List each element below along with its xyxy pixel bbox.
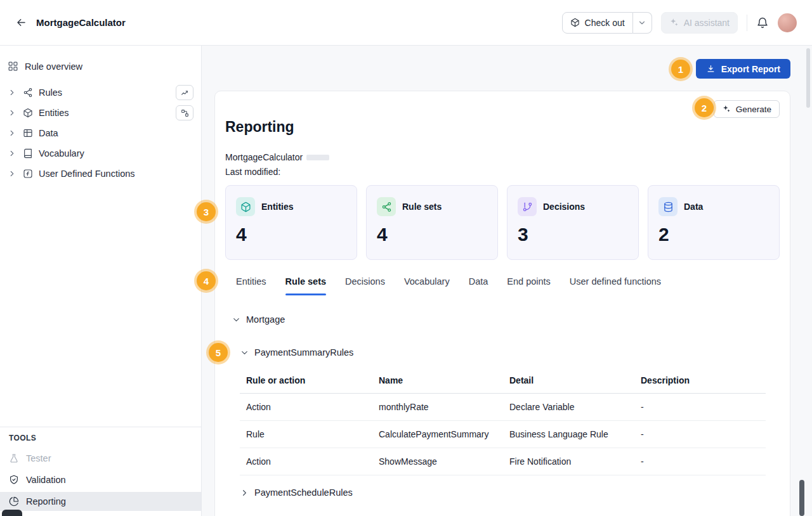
udf-label: User Defined Functions: [39, 169, 135, 179]
sparkle-icon: [669, 18, 679, 27]
rules-table: Rule or action Name Detail Description A…: [240, 370, 766, 475]
rules-label: Rules: [39, 87, 62, 98]
tab-entities[interactable]: Entities: [236, 276, 266, 295]
cell-name: ShowMessage: [372, 448, 503, 475]
cell-rule-or-action: Action: [240, 394, 372, 421]
stat-value: 3: [518, 224, 628, 245]
pie-chart-icon: [9, 496, 19, 506]
table-header-row: Rule or action Name Detail Description: [240, 370, 766, 394]
rules-graph-button[interactable]: [176, 85, 193, 100]
sidebar-item-rule-overview[interactable]: Rule overview: [0, 46, 201, 78]
cube-icon: [236, 197, 255, 216]
function-icon: [23, 169, 33, 179]
section-payment-schedule-rules[interactable]: PaymentScheduleRules: [240, 486, 780, 499]
tab-rule-sets[interactable]: Rule sets: [285, 276, 326, 295]
trend-chart-icon: [181, 89, 189, 97]
stat-card-decisions[interactable]: Decisions 3: [507, 185, 639, 260]
stat-label: Rule sets: [402, 202, 442, 212]
sidebar-item-reporting[interactable]: Reporting: [0, 492, 201, 511]
sidebar-item-user-defined-functions[interactable]: User Defined Functions: [0, 164, 201, 184]
sidebar-item-tester[interactable]: Tester: [0, 449, 201, 468]
cell-name: CalculatePaymentSummary: [372, 421, 503, 448]
main-content: Export Report Generate Reporting Mortgag…: [202, 46, 812, 516]
col-description: Description: [634, 370, 766, 394]
flask-icon: [9, 453, 19, 463]
callout-badge-5: 5: [209, 343, 228, 362]
stat-label: Data: [684, 202, 703, 212]
loading-skeleton: [306, 155, 329, 160]
checkout-label: Check out: [585, 18, 625, 28]
stat-label: Decisions: [543, 202, 585, 212]
export-report-button[interactable]: Export Report: [696, 59, 790, 79]
chevron-down-icon: [232, 315, 241, 325]
col-detail: Detail: [503, 370, 634, 394]
stats-row: Entities 4 Rule sets 4 Decis: [225, 185, 780, 260]
checkout-button[interactable]: Check out: [562, 12, 633, 34]
stat-label: Entities: [261, 202, 294, 212]
reporting-label: Reporting: [26, 496, 66, 506]
callout-badge-1: 1: [671, 60, 690, 79]
tab-data[interactable]: Data: [469, 276, 488, 295]
stat-value: 4: [377, 224, 487, 245]
cell-detail: Business Language Rule: [503, 421, 634, 448]
export-report-label: Export Report: [721, 64, 780, 74]
stat-card-data[interactable]: Data 2: [648, 185, 780, 260]
header-divider: [747, 15, 747, 31]
section-payment-summary-rules[interactable]: PaymentSummaryRules: [240, 346, 780, 359]
stat-value: 4: [236, 224, 346, 245]
cell-description: -: [634, 394, 766, 421]
chevron-down-icon: [240, 348, 249, 358]
sidebar-item-vocabulary[interactable]: Vocabulary: [0, 143, 201, 164]
chevron-right-icon: [8, 108, 18, 117]
sidebar-item-validation[interactable]: Validation: [0, 470, 201, 489]
er-diagram-icon: [181, 109, 189, 117]
callout-badge-4: 4: [197, 271, 216, 290]
scrollbar-thumb-bottom[interactable]: [799, 480, 804, 516]
cell-detail: Fire Notification: [503, 448, 634, 475]
sidebar-item-rules[interactable]: Rules: [0, 82, 201, 103]
tools-section: TOOLS Tester Validation Reporting: [0, 427, 201, 516]
back-button[interactable]: [15, 16, 27, 29]
notifications-button[interactable]: [756, 16, 769, 29]
tab-decisions[interactable]: Decisions: [345, 276, 385, 295]
cell-name: monthlyRate: [372, 394, 503, 421]
sidebar-item-data[interactable]: Data: [0, 123, 201, 143]
back-arrow-icon: [15, 16, 27, 29]
grid-icon: [8, 61, 18, 72]
table-row: Action monthlyRate Declare Variable -: [240, 394, 766, 421]
generate-label: Generate: [736, 105, 771, 114]
chevron-down-icon: [638, 18, 646, 27]
app-title: MortgageCalculator: [36, 17, 126, 28]
report-tabs: Entities Rule sets Decisions Vocabulary …: [236, 276, 780, 295]
download-icon: [706, 64, 716, 74]
callout-badge-2: 2: [695, 98, 714, 117]
ai-assistant-label: AI assistant: [684, 18, 730, 28]
tab-end-points[interactable]: End points: [507, 276, 551, 295]
callout-badge-3: 3: [197, 202, 216, 221]
tab-user-defined-functions[interactable]: User defined functions: [570, 276, 661, 295]
cell-description: -: [634, 421, 766, 448]
sidebar-item-entities[interactable]: Entities: [0, 103, 201, 123]
shield-check-icon: [9, 475, 19, 485]
top-bar: MortgageCalculator Check out AI assistan…: [0, 0, 812, 46]
checkout-caret-button[interactable]: [633, 12, 652, 34]
ai-assistant-button[interactable]: AI assistant: [661, 12, 738, 34]
book-icon: [23, 148, 33, 158]
section-mortgage[interactable]: Mortgage: [232, 313, 780, 326]
sidebar-tree: Rules Entities: [0, 82, 201, 184]
entities-diagram-button[interactable]: [176, 105, 193, 120]
avatar[interactable]: [778, 13, 797, 32]
bottom-left-peek: [2, 510, 22, 516]
cell-rule-or-action: Action: [240, 448, 372, 475]
generate-button[interactable]: Generate: [714, 100, 780, 118]
col-name: Name: [372, 370, 503, 394]
chevron-right-icon: [8, 169, 18, 178]
chevron-right-icon: [8, 88, 18, 97]
table-row: Rule CalculatePaymentSummary Business La…: [240, 421, 766, 448]
tab-vocabulary[interactable]: Vocabulary: [404, 276, 450, 295]
stat-card-rule-sets[interactable]: Rule sets 4: [366, 185, 498, 260]
scrollbar-thumb-top[interactable]: [806, 48, 810, 108]
table-icon: [23, 128, 33, 138]
sidebar: Rule overview Rules Entities: [0, 46, 202, 516]
stat-card-entities[interactable]: Entities 4: [225, 185, 357, 260]
